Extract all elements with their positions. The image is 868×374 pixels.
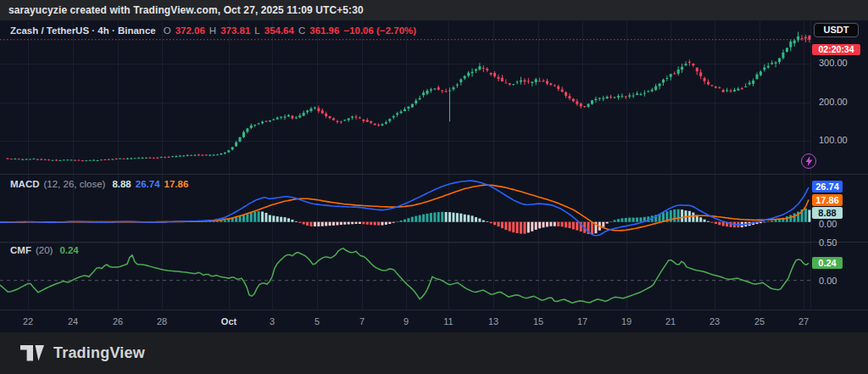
high-label: H: [209, 25, 216, 36]
time-tick-label: 11: [443, 316, 453, 327]
time-tick-label: 9: [403, 316, 409, 327]
cmf-value: 0.24: [59, 245, 78, 255]
time-tick-label: 3: [270, 316, 275, 327]
macd-signal-line: [0, 185, 809, 231]
symbol-legend: Zcash / TetherUS · 4h · Binance O372.06 …: [10, 25, 416, 36]
change-value: −10.06 (−2.70%): [343, 25, 416, 36]
time-tick-label: 21: [665, 316, 676, 327]
cmf-name[interactable]: CMF: [10, 245, 31, 255]
macd-params: (12, 26, close): [44, 179, 106, 189]
tradingview-snapshot: sarayucyzie created with TradingView.com…: [0, 0, 868, 374]
time-tick-label: 7: [359, 316, 364, 327]
cmf-zero-label: 0.00: [819, 276, 837, 286]
cmf-value-badge: 0.24: [812, 257, 843, 269]
price-tick-200: 200.00: [819, 97, 848, 107]
time-tick-label: Oct: [221, 316, 237, 327]
time-tick-label: 13: [488, 316, 498, 327]
tradingview-brand-text: TradingView: [53, 344, 145, 362]
cmf-params: (20): [36, 245, 53, 255]
time-axis: 22242628Oct3579111315171921232527: [23, 316, 809, 327]
open-label: O: [164, 25, 171, 36]
price-tick-300: 300.00: [819, 58, 848, 68]
macd-legend: MACD (12, 26, close) 8.88 26.74 17.86: [10, 179, 188, 189]
bar-countdown-badge: 02:20:34: [812, 44, 860, 55]
low-value: 354.64: [264, 25, 294, 36]
time-tick-label: 25: [754, 316, 765, 327]
time-tick-label: 24: [68, 316, 78, 327]
price-tick-100: 100.00: [819, 135, 848, 145]
flash-icon[interactable]: [801, 154, 816, 169]
time-tick-label: 19: [621, 316, 632, 327]
time-tick-label: 5: [314, 316, 320, 327]
signal-value-badge: 17.86: [812, 194, 843, 206]
currency-toggle-button[interactable]: USDT: [814, 23, 859, 37]
time-tick-label: 23: [709, 316, 720, 327]
high-value: 373.81: [220, 25, 250, 36]
macd-signal-value: 17.86: [164, 179, 189, 189]
macd-line-value: 26.74: [136, 179, 160, 189]
footer-bar: TradingView: [0, 332, 868, 374]
time-tick-label: 26: [113, 316, 123, 327]
close-label: C: [298, 25, 305, 36]
macd-hist-value: 8.88: [112, 179, 131, 189]
low-label: L: [254, 25, 259, 36]
symbol-title[interactable]: Zcash / TetherUS · 4h · Binance: [10, 25, 156, 36]
time-tick-label: 28: [157, 316, 167, 327]
time-tick-label: 15: [533, 316, 543, 327]
tradingview-logo-icon: [20, 345, 46, 361]
candlestick-series[interactable]: [7, 32, 811, 162]
macd-zero-label: 0.00: [819, 219, 837, 229]
macd-name[interactable]: MACD: [10, 179, 40, 189]
macd-value-badge: 26.74: [812, 181, 843, 193]
close-value: 361.96: [309, 25, 339, 36]
cmf-legend: CMF (20) 0.24: [10, 245, 79, 255]
hist-value-badge: 8.88: [812, 207, 843, 219]
time-tick-label: 22: [23, 316, 33, 327]
pane-separators: [0, 21, 868, 310]
cmf-upper-label: 0.50: [819, 237, 837, 248]
cmf-pane: [0, 248, 810, 303]
time-tick-label: 17: [577, 316, 587, 327]
open-value: 372.06: [175, 25, 205, 36]
time-tick-label: 27: [798, 316, 809, 327]
